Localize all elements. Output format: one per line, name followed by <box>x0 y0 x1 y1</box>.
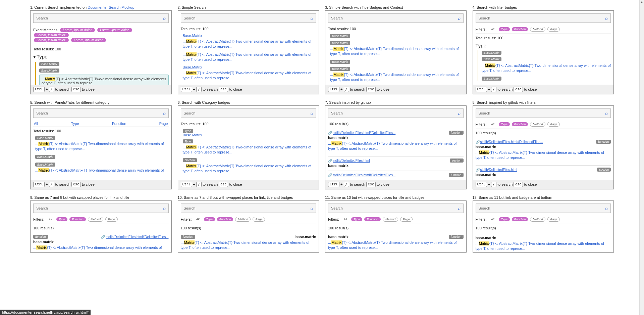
result-snippet[interactable]: ...Matrix{T} <: AbstractMatrix{T} Two-di… <box>482 63 611 74</box>
filter-all[interactable]: All <box>489 217 497 221</box>
filter-page[interactable]: Page <box>547 217 560 222</box>
result-snippet[interactable]: ...Matrix{T} <: AbstractMatrix{T} Two-di… <box>183 164 316 174</box>
type-toggle[interactable]: ▾Type <box>33 54 169 60</box>
filter-page[interactable]: Page <box>105 217 118 222</box>
result-badge[interactable]: Base.Matrix <box>330 34 350 38</box>
filter-function[interactable]: Function <box>512 217 528 221</box>
result-snippet[interactable]: ...Matrix{T} <: AbstractMatrix{T} Two-di… <box>35 141 169 152</box>
result-badge[interactable]: Base.Matrix <box>35 136 55 140</box>
search-icon[interactable]: ⌕ <box>310 206 313 211</box>
search-input[interactable] <box>331 16 458 20</box>
filter-type[interactable]: Type <box>56 217 67 221</box>
search-icon[interactable]: ⌕ <box>310 15 313 21</box>
result-item[interactable]: 🔗stdlib/DelimitedFiles.html#DelimitedFil… <box>328 171 464 179</box>
search-icon[interactable]: ⌕ <box>605 110 608 116</box>
search-box[interactable]: ⌕ <box>33 204 169 213</box>
search-box[interactable]: ⌕ <box>33 108 169 118</box>
result-snippet[interactable]: ...Matrix{T} <: AbstractMatrix{T} Two-di… <box>183 71 316 81</box>
filter-method[interactable]: Method <box>383 217 398 222</box>
result-item[interactable]: functionbase.matrix ...Matrix{T} <: Abst… <box>181 233 316 252</box>
filter-page[interactable]: Page <box>253 217 265 222</box>
result-item[interactable]: function🔗stdlib/DelimitedFiles.html#Deli… <box>33 233 169 252</box>
search-input[interactable] <box>36 16 163 20</box>
search-icon[interactable]: ⌕ <box>458 206 461 211</box>
result-item[interactable]: 🔗stdlib/DelimitedFiles.html#DelimitedFil… <box>328 129 464 156</box>
match-pill[interactable]: Lorem, ipsum dolor. <box>60 28 95 32</box>
search-icon[interactable]: ⌕ <box>163 206 166 211</box>
match-pill[interactable]: Lorem, ipsum dolor. <box>34 33 69 37</box>
filter-page[interactable]: Page <box>547 122 560 127</box>
search-box[interactable]: ⌕ <box>476 204 611 213</box>
tab-function[interactable]: Function <box>111 121 127 127</box>
result-item[interactable]: 🔗stdlib/DelimitedFiles.htmlsection base.… <box>328 156 464 171</box>
search-input[interactable] <box>184 111 311 115</box>
match-pill[interactable]: Lorem, ipsum dolor. <box>97 28 132 32</box>
result-path[interactable]: stdlib/DelimitedFiles.html#DelimitedFile… <box>480 140 543 144</box>
page-scrollbar[interactable]: ▴ <box>639 0 644 253</box>
result-snippet[interactable]: ...Matrix{T} <: AbstractMatrix{T} Two-di… <box>183 145 316 155</box>
filter-method[interactable]: Method <box>530 122 545 127</box>
result-link[interactable]: Base.Matrix <box>183 65 202 69</box>
search-icon[interactable]: ⌕ <box>163 15 166 21</box>
tab-all[interactable]: All <box>33 121 39 127</box>
result-item[interactable]: base.matrix ...Matrix{T} <: AbstractMatr… <box>476 233 611 252</box>
match-pill[interactable]: Lorem, ipsum dolor. <box>71 38 106 42</box>
search-box[interactable]: ⌕ <box>328 13 464 23</box>
filter-method[interactable]: Method <box>88 217 103 222</box>
search-icon[interactable]: ⌕ <box>605 206 608 211</box>
filter-all[interactable]: All <box>194 217 202 221</box>
filter-function[interactable]: Function <box>512 27 528 31</box>
result-snippet[interactable]: ...Matrix{T} <: AbstractMatrix{T} Two-di… <box>39 75 169 85</box>
search-icon[interactable]: ⌕ <box>458 110 461 116</box>
result-badge[interactable]: Base.Matrix <box>330 41 350 45</box>
tab-type[interactable]: Type <box>70 121 80 127</box>
search-icon[interactable]: ⌕ <box>458 15 461 21</box>
filter-method[interactable]: Method <box>530 217 545 222</box>
search-box[interactable]: ⌕ <box>328 108 464 118</box>
filter-type[interactable]: Type <box>204 217 215 221</box>
filter-all[interactable]: All <box>46 217 54 221</box>
search-input[interactable] <box>184 16 311 20</box>
result-badge[interactable]: Base.Matrix <box>35 155 55 159</box>
result-link[interactable]: Base.Matrix <box>183 133 202 137</box>
result-path[interactable]: stdlib/DelimitedFiles.html <box>480 168 518 172</box>
result-badge[interactable]: Base.Matrix <box>330 60 350 64</box>
result-path[interactable]: stdlib/DelimitedFiles.html#DelimitedFile… <box>106 235 168 239</box>
search-box[interactable]: ⌕ <box>33 13 169 23</box>
search-box[interactable]: ⌕ <box>476 108 611 118</box>
filter-type[interactable]: Type <box>499 122 510 126</box>
result-path[interactable]: stdlib/DelimitedFiles.html#DelimitedFile… <box>333 131 395 135</box>
result-snippet[interactable]: ...Matrix{T} <: AbstractMatrix{T} Two-di… <box>183 39 316 49</box>
result-path[interactable]: stdlib/DelimitedFiles.html <box>333 159 370 163</box>
search-icon[interactable]: ⌕ <box>163 110 166 116</box>
search-box[interactable]: ⌕ <box>181 204 316 213</box>
search-box[interactable]: ⌕ <box>181 13 316 23</box>
filter-method[interactable]: Method <box>530 27 545 32</box>
filter-function[interactable]: Function <box>217 217 233 221</box>
filter-function[interactable]: Function <box>69 217 86 221</box>
search-input[interactable] <box>479 111 605 115</box>
filter-type[interactable]: Type <box>499 217 510 221</box>
result-snippet[interactable]: ...Matrix{T} <: AbstractMatrix{T} Two-di… <box>330 72 464 83</box>
search-icon[interactable]: ⌕ <box>310 110 313 116</box>
result-item[interactable]: 🔗stdlib/DelimitedFiles.htmlsection base.… <box>476 166 611 180</box>
result-snippet[interactable]: ...Matrix{T} <: AbstractMatrix{T} Two-di… <box>183 52 316 62</box>
search-input[interactable] <box>331 206 458 210</box>
result-badge[interactable]: Base.Matrix <box>482 51 502 55</box>
filter-all[interactable]: All <box>489 122 497 126</box>
search-input[interactable] <box>184 206 311 210</box>
result-badge[interactable]: Base.Matrix <box>330 67 350 71</box>
result-badge[interactable]: Base.Matrix <box>482 77 502 81</box>
filter-all[interactable]: All <box>341 217 349 221</box>
tab-page[interactable]: Page <box>159 121 169 127</box>
result-badge[interactable]: Base.Matrix <box>35 163 55 167</box>
search-box[interactable]: ⌕ <box>328 204 464 213</box>
search-input[interactable] <box>331 111 458 115</box>
search-icon[interactable]: ⌕ <box>605 15 608 21</box>
result-link[interactable]: Base.Matrix <box>183 34 202 38</box>
result-badge[interactable]: Base.Matrix <box>39 62 59 66</box>
search-input[interactable] <box>36 206 163 210</box>
result-badge[interactable]: Base.Matrix <box>482 57 502 61</box>
match-pill[interactable]: Lorem, ipsum dolor. <box>34 38 69 42</box>
filter-function[interactable]: Function <box>512 122 528 126</box>
